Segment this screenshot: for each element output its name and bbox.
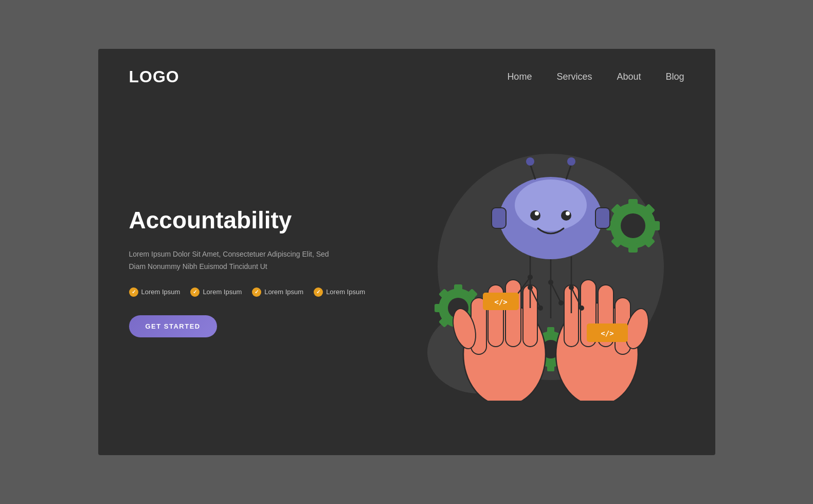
svg-point-58 (515, 179, 587, 231)
feature-item-1: Lorem Ipsum (129, 287, 180, 297)
check-icon-3 (252, 287, 261, 297)
nav-blog-link[interactable]: Blog (665, 71, 684, 82)
svg-point-56 (579, 305, 584, 311)
svg-rect-60 (595, 208, 610, 228)
nav-services-link[interactable]: Services (556, 71, 592, 82)
hero-left: Accountability Lorem Ipsum Dolor Sit Ame… (129, 196, 417, 337)
check-icon-1 (129, 287, 138, 297)
hero-description: Lorem Ipsum Dolor Sit Amet, Consectetuer… (129, 248, 345, 273)
svg-point-11 (621, 213, 645, 238)
features-list: Lorem Ipsum Lorem Ipsum Lorem Ipsum Lore… (129, 287, 417, 297)
navigation: Home Services About Blog (507, 71, 684, 82)
feature-item-4: Lorem Ipsum (314, 287, 365, 297)
hero-headline: Accountability (129, 206, 417, 234)
svg-point-62 (526, 157, 534, 166)
svg-rect-33 (505, 280, 521, 347)
svg-point-54 (538, 305, 543, 311)
svg-rect-14 (651, 221, 660, 230)
logo: LOGO (129, 67, 179, 86)
check-icon-4 (314, 287, 323, 297)
svg-rect-8 (435, 304, 443, 312)
svg-line-46 (551, 282, 561, 303)
robot-illustration: </> </> (427, 133, 674, 401)
svg-point-64 (567, 157, 575, 166)
svg-line-61 (530, 164, 535, 179)
feature-label-3: Lorem Ipsum (264, 288, 303, 296)
svg-rect-59 (492, 208, 506, 228)
svg-rect-12 (628, 199, 638, 208)
svg-rect-26 (547, 364, 554, 371)
svg-line-63 (566, 164, 571, 179)
page-container: LOGO Home Services About Blog Accountabi… (98, 49, 715, 455)
svg-point-52 (569, 285, 574, 290)
nav-about-link[interactable]: About (617, 71, 641, 82)
svg-rect-2 (454, 284, 462, 293)
svg-point-66 (561, 210, 571, 221)
main-content: Accountability Lorem Ipsum Dolor Sit Ame… (98, 99, 715, 455)
svg-point-50 (528, 285, 533, 290)
svg-point-55 (558, 300, 564, 305)
feature-item-3: Lorem Ipsum (252, 287, 303, 297)
svg-point-49 (528, 275, 533, 280)
feature-label-4: Lorem Ipsum (326, 288, 365, 296)
nav-home-link[interactable]: Home (507, 71, 532, 82)
feature-label-1: Lorem Ipsum (141, 288, 180, 296)
svg-text:</>: </> (494, 298, 507, 306)
feature-label-2: Lorem Ipsum (203, 288, 242, 296)
feature-item-2: Lorem Ipsum (190, 287, 242, 297)
svg-point-67 (535, 211, 539, 215)
svg-point-65 (530, 210, 540, 221)
svg-point-68 (566, 211, 570, 215)
svg-rect-16 (628, 243, 638, 253)
hero-illustration: </> </> (417, 99, 684, 435)
svg-rect-22 (547, 327, 554, 334)
get-started-button[interactable]: GET STARTED (129, 315, 217, 337)
header: LOGO Home Services About Blog (98, 49, 715, 99)
check-icon-2 (190, 287, 200, 297)
svg-point-51 (548, 280, 553, 285)
svg-text:</>: </> (601, 329, 613, 337)
